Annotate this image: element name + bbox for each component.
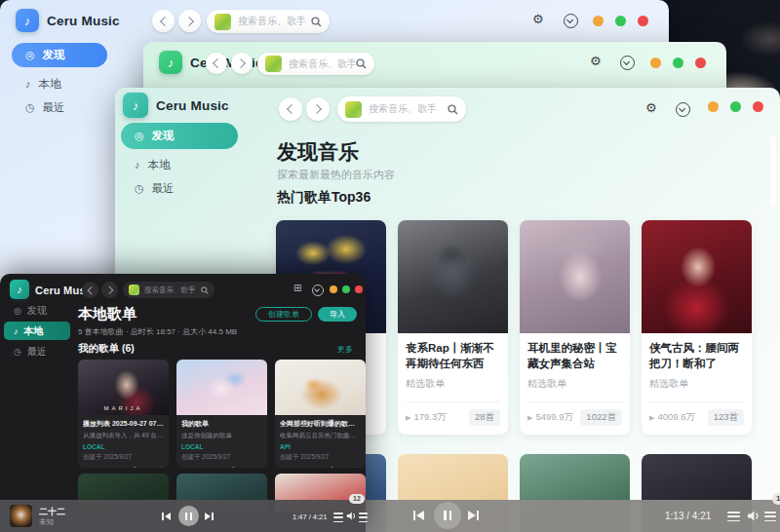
search-placeholder: 搜索音乐、歌手 bbox=[289, 57, 356, 71]
search-input[interactable]: 搜索音乐、歌手 bbox=[207, 10, 330, 33]
local-playlist-card[interactable]: 全网那些好听到爆的歌曲300首 (… 收集网易云音乐热门歌曲精选集：全网… AP… bbox=[275, 360, 366, 468]
equalizer-icon[interactable] bbox=[727, 512, 740, 521]
export-icon[interactable]: ↗ bbox=[145, 466, 151, 468]
settings-gear-icon[interactable]: ⚙ bbox=[532, 13, 544, 25]
sidebar-item-recent[interactable]: ◷最近 bbox=[4, 344, 80, 360]
maximize-button[interactable] bbox=[615, 16, 626, 26]
back-button[interactable] bbox=[279, 97, 302, 121]
back-button[interactable] bbox=[152, 10, 175, 32]
close-button[interactable] bbox=[355, 285, 363, 293]
sidebar-item-recent[interactable]: ◷最近 bbox=[121, 178, 252, 198]
forward-button[interactable] bbox=[231, 53, 253, 74]
search-icon[interactable] bbox=[448, 104, 458, 115]
scrollbar[interactable] bbox=[770, 136, 776, 207]
settings-gear-icon[interactable]: ⚙ bbox=[645, 101, 657, 114]
sidebar-item-local[interactable]: ♪本地 bbox=[121, 155, 252, 174]
equalizer-icon[interactable] bbox=[333, 513, 343, 522]
forward-button[interactable] bbox=[306, 97, 330, 121]
maximize-button[interactable] bbox=[673, 57, 683, 68]
minimize-button[interactable] bbox=[650, 57, 661, 68]
search-icon[interactable] bbox=[356, 58, 367, 69]
song-count-badge: 1022首 bbox=[580, 409, 622, 426]
search-input[interactable]: 搜索音乐、歌手 bbox=[123, 282, 214, 298]
maximize-button[interactable] bbox=[730, 101, 741, 112]
volume-icon[interactable] bbox=[346, 511, 357, 521]
page-subtitle: 探索最新最热的音乐内容 bbox=[277, 168, 395, 182]
collapse-window-icon[interactable] bbox=[312, 285, 324, 296]
delete-icon[interactable]: ✕ bbox=[355, 466, 361, 468]
search-input[interactable]: 搜索音乐、歌手 bbox=[257, 53, 374, 75]
search-input[interactable]: 搜索音乐、歌手 bbox=[337, 96, 466, 122]
playlist-desc: 这是你创建的歌单 bbox=[181, 432, 262, 440]
search-icon[interactable] bbox=[311, 17, 322, 27]
search-icon[interactable] bbox=[201, 286, 209, 294]
playlist-cover bbox=[642, 220, 752, 333]
playlist-card[interactable]: 侠气古风：腰间两把刀！断和了 精选歌单 ▶4009.6万 123首 bbox=[642, 220, 752, 435]
minimize-button[interactable] bbox=[593, 16, 604, 26]
sidebar-item-local[interactable]: ♪本地 bbox=[12, 74, 121, 94]
playlist-cover bbox=[275, 360, 366, 415]
export-icon[interactable]: ↗ bbox=[244, 466, 250, 468]
queue-count-badge: 12 bbox=[772, 493, 780, 505]
sidebar-item-local[interactable]: ♪本地 bbox=[4, 322, 70, 340]
more-link[interactable]: 更多 bbox=[337, 344, 353, 355]
local-playlist-card[interactable]: 我的歌单 这是你创建的歌单 LOCAL 创建于 2025/9/27 ▶ ✎ ↗ … bbox=[176, 360, 267, 468]
playlist-subtitle: 精选歌单 bbox=[406, 377, 500, 391]
library-stats: 5 首本地歌曲 · 总时长 18:57 · 总大小 44.5 MB bbox=[78, 326, 237, 337]
play-count: ▶179.3万 bbox=[406, 411, 447, 424]
volume-icon[interactable] bbox=[747, 510, 760, 522]
source-tag: LOCAL bbox=[83, 443, 164, 450]
play-icon[interactable]: ▶ bbox=[318, 466, 323, 468]
local-playlist-card[interactable]: MARIJA 播放列表 2025-09-27 07:23 从播放列表导入，共 4… bbox=[78, 360, 169, 468]
create-playlist-button[interactable]: 创建歌单 bbox=[255, 307, 312, 322]
collapse-window-icon[interactable] bbox=[620, 56, 635, 70]
app-logo-music-note-icon: ♪ bbox=[123, 93, 148, 118]
sidebar-item-discover[interactable]: ◎发现 bbox=[12, 43, 107, 67]
close-button[interactable] bbox=[695, 57, 706, 68]
forward-button[interactable] bbox=[101, 282, 118, 298]
previous-track-button[interactable] bbox=[413, 511, 424, 520]
song-count-badge: 123首 bbox=[708, 409, 744, 426]
created-date: 创建于 2025/9/27 bbox=[83, 453, 164, 462]
playlist-card[interactable]: 耳机里的秘密丨宝藏女声集合站 精选歌单 ▶5499.9万 1022首 bbox=[520, 220, 630, 435]
clock-icon: ◷ bbox=[135, 182, 144, 195]
collapse-window-icon[interactable] bbox=[564, 14, 578, 28]
import-button[interactable]: 导入 bbox=[318, 307, 357, 322]
source-tag: API bbox=[280, 443, 361, 450]
edit-icon[interactable]: ✎ bbox=[330, 466, 335, 468]
edit-icon[interactable]: ✎ bbox=[133, 466, 138, 468]
back-button[interactable] bbox=[82, 282, 98, 298]
back-button[interactable] bbox=[206, 53, 227, 74]
forward-button[interactable] bbox=[178, 10, 201, 32]
next-track-button[interactable] bbox=[468, 511, 479, 520]
settings-gear-icon[interactable]: ⚙ bbox=[590, 55, 602, 67]
close-button[interactable] bbox=[753, 101, 763, 112]
play-icon[interactable]: ▶ bbox=[219, 466, 224, 468]
next-track-button[interactable] bbox=[205, 513, 214, 520]
delete-icon[interactable]: ✕ bbox=[158, 466, 164, 468]
collapse-window-icon[interactable] bbox=[676, 102, 690, 117]
previous-track-button[interactable] bbox=[162, 513, 171, 520]
delete-icon[interactable]: ✕ bbox=[256, 466, 262, 468]
current-song-artist: 未知 bbox=[39, 517, 54, 527]
sidebar-item-discover[interactable]: ◎发现 bbox=[4, 303, 80, 319]
window-dark[interactable]: ♪ Ceru Music 搜索音乐、歌手 ⊞ ◎发现 ♪本地 ◷最近 本地歌单 … bbox=[0, 274, 366, 532]
minimize-button[interactable] bbox=[708, 101, 719, 112]
album-art[interactable] bbox=[10, 505, 32, 527]
clock-icon: ◷ bbox=[14, 347, 21, 357]
edit-icon[interactable]: ✎ bbox=[231, 466, 237, 468]
export-icon[interactable]: ↗ bbox=[342, 466, 348, 468]
sidebar-item-discover[interactable]: ◎发现 bbox=[121, 123, 238, 149]
play-queue-icon[interactable] bbox=[764, 512, 776, 521]
play-icon[interactable]: ▶ bbox=[121, 466, 126, 468]
mini-player-icon[interactable]: ⊞ bbox=[293, 284, 301, 293]
close-button[interactable] bbox=[638, 16, 648, 26]
sidebar-item-recent[interactable]: ◷最近 bbox=[12, 97, 121, 117]
playlist-card[interactable]: 丧系Rap丨渐渐不再期待任何东西 精选歌单 ▶179.3万 28首 bbox=[398, 220, 508, 435]
minimize-button[interactable] bbox=[330, 285, 337, 293]
pause-button[interactable] bbox=[434, 502, 461, 529]
maximize-button[interactable] bbox=[342, 285, 350, 293]
pause-button[interactable] bbox=[178, 506, 199, 526]
playlist-cover: MARIJA bbox=[78, 360, 169, 415]
playlist-desc: 从播放列表导入，共 49 首歌曲 bbox=[83, 432, 164, 440]
